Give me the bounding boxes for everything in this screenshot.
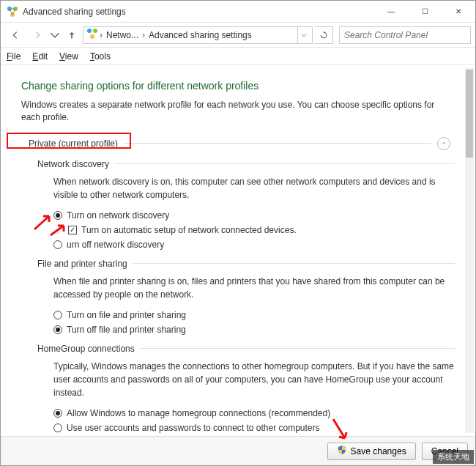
- collapse-icon[interactable]: [437, 137, 450, 150]
- radio-icon: [53, 311, 62, 319]
- section-description: Typically, Windows manages the connectio…: [53, 360, 455, 399]
- radio-label: Turn on file and printer sharing: [67, 308, 186, 322]
- chevron-right-icon: ›: [100, 30, 103, 40]
- radio-hg-user[interactable]: Use user accounts and passwords to conne…: [53, 421, 455, 434]
- homegroup-section: HomeGroup connections Typically, Windows…: [37, 344, 455, 434]
- radio-icon: [53, 409, 62, 418]
- section-title: File and printer sharing: [37, 259, 455, 269]
- section-description: When file and printer sharing is on, fil…: [53, 275, 455, 301]
- up-button[interactable]: [62, 26, 81, 44]
- chevron-right-icon: ›: [142, 30, 145, 40]
- radio-nd-off[interactable]: urn off network discovery: [53, 238, 455, 251]
- network-icon: [86, 28, 98, 42]
- section-description: When network discovery is on, this compu…: [53, 175, 455, 201]
- vertical-scrollbar[interactable]: [465, 68, 474, 433]
- file-printer-sharing-section: File and printer sharing When file and p…: [37, 259, 455, 336]
- radio-label: Turn off file and printer sharing: [67, 323, 186, 336]
- minimize-button[interactable]: —: [374, 1, 408, 23]
- profile-label: Private (current profile): [29, 138, 118, 149]
- svg-point-7: [93, 29, 97, 33]
- address-dropdown[interactable]: [297, 27, 309, 43]
- breadcrumb-item[interactable]: Netwo...: [104, 30, 141, 40]
- radio-fps-on[interactable]: Turn on file and printer sharing: [53, 308, 455, 322]
- section-title: Network discovery: [37, 159, 455, 169]
- radio-icon: [53, 424, 62, 432]
- radio-fps-off[interactable]: Turn off file and printer sharing: [53, 323, 455, 336]
- window-title: Advanced sharing settings: [23, 7, 126, 17]
- history-dropdown[interactable]: [49, 26, 61, 44]
- checkbox-auto-setup[interactable]: Turn on automatic setup of network conne…: [68, 223, 455, 237]
- shield-icon: [337, 445, 347, 457]
- checkbox-icon: [68, 226, 77, 234]
- radio-icon: [53, 325, 62, 334]
- radio-label: Use user accounts and passwords to conne…: [67, 421, 320, 434]
- radio-icon: [53, 240, 62, 249]
- search-input[interactable]: [339, 26, 471, 44]
- watermark: 系统天地: [433, 450, 474, 464]
- address-bar[interactable]: › Netwo... › Advanced sharing settings: [83, 26, 313, 44]
- radio-label: Turn on network discovery: [67, 209, 169, 222]
- menu-view[interactable]: ViewView: [59, 51, 78, 62]
- save-changes-button[interactable]: Save changes: [327, 443, 416, 460]
- back-button[interactable]: [5, 26, 26, 44]
- button-label: Save changes: [351, 446, 406, 456]
- network-discovery-section: Network discovery When network discovery…: [37, 159, 455, 251]
- checkbox-label: Turn on automatic setup of network conne…: [81, 223, 297, 237]
- radio-label: urn off network discovery: [67, 238, 164, 251]
- svg-point-8: [90, 34, 94, 39]
- annotation-arrow: [33, 213, 55, 236]
- scrollbar-thumb[interactable]: [466, 70, 473, 158]
- refresh-button[interactable]: [314, 26, 333, 44]
- network-icon: [7, 6, 18, 18]
- radio-nd-on[interactable]: Turn on network discovery: [53, 209, 455, 222]
- title-bar: Advanced sharing settings — ☐ ✕: [1, 1, 475, 23]
- menu-file[interactable]: FFileile: [7, 51, 21, 62]
- maximize-button[interactable]: ☐: [408, 1, 442, 23]
- svg-point-6: [87, 29, 92, 33]
- section-title: HomeGroup connections: [37, 344, 455, 354]
- window-frame: Advanced sharing settings — ☐ ✕ › Netwo.…: [0, 0, 476, 466]
- radio-label: Allow Windows to manage homegroup connec…: [67, 407, 330, 420]
- radio-icon: [53, 211, 62, 220]
- breadcrumb-item[interactable]: Advanced sharing settings: [146, 30, 254, 40]
- close-button[interactable]: ✕: [442, 1, 475, 23]
- menu-edit[interactable]: EditEdit: [32, 51, 48, 62]
- menu-bar: FFileile EditEdit ViewView ToolsTools: [1, 48, 475, 65]
- content-area: Change sharing options for different net…: [1, 67, 475, 434]
- forward-button[interactable]: [27, 26, 48, 44]
- navigation-bar: › Netwo... › Advanced sharing settings: [1, 23, 475, 48]
- page-title: Change sharing options for different net…: [21, 80, 455, 92]
- radio-hg-allow[interactable]: Allow Windows to manage homegroup connec…: [53, 407, 455, 420]
- menu-tools[interactable]: ToolsTools: [90, 51, 111, 62]
- page-description: Windows creates a separate network profi…: [21, 99, 455, 124]
- footer-bar: Save changes Cancel: [1, 436, 475, 465]
- profile-header[interactable]: Private (current profile): [21, 134, 455, 153]
